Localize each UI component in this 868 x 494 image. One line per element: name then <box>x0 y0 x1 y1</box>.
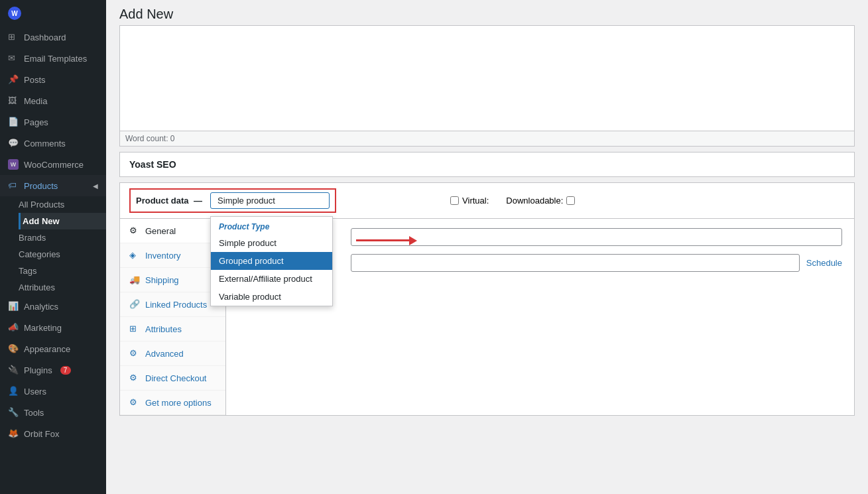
word-count-label: Word count: <box>125 134 168 143</box>
tools-icon: 🔧 <box>8 407 19 418</box>
page-header: Add New <box>106 0 868 25</box>
dropdown-item-variable[interactable]: Variable product <box>211 288 332 306</box>
sidebar-item-label: Orbit Fox <box>24 429 59 439</box>
sidebar-item-label: Posts <box>24 75 46 85</box>
get-more-tab-icon: ⚙ <box>129 397 140 408</box>
sidebar-item-woocommerce[interactable]: W WooCommerce <box>0 154 106 175</box>
sidebar-item-label: Marketing <box>24 323 62 333</box>
shipping-tab-icon: 🚚 <box>129 275 140 285</box>
plugins-icon: 🔌 <box>8 365 19 375</box>
attributes-tab-icon: ⊞ <box>129 324 140 334</box>
sidebar-item-categories[interactable]: Categories <box>19 246 106 263</box>
word-count-bar: Word count: 0 <box>119 131 855 147</box>
tab-get-more-label: Get more options <box>145 398 212 408</box>
sidebar-item-dashboard[interactable]: ⊞ Dashboard <box>0 27 106 48</box>
editor-area[interactable] <box>119 25 855 131</box>
dropdown-item-external[interactable]: External/Affiliate product <box>211 270 332 288</box>
regular-price-input[interactable] <box>351 228 842 246</box>
sidebar: W ⊞ Dashboard ✉ Email Templates 📌 Posts … <box>0 0 106 494</box>
product-data-header: Product data — Simple product Grouped pr… <box>120 183 854 219</box>
email-icon: ✉ <box>8 53 19 64</box>
sidebar-item-appearance[interactable]: 🎨 Appearance <box>0 338 106 359</box>
sidebar-item-orbit-fox[interactable]: 🦊 Orbit Fox <box>0 423 106 444</box>
tab-direct-checkout-label: Direct Checkout <box>145 373 206 383</box>
direct-checkout-tab-icon: ⚙ <box>129 373 140 383</box>
virtual-label: Virtual: <box>462 196 489 206</box>
woo-icon: W <box>8 159 19 170</box>
dropdown-item-simple[interactable]: Simple product <box>211 234 332 252</box>
plugins-badge: 7 <box>60 366 71 375</box>
tab-advanced[interactable]: ⚙ Advanced <box>120 341 225 366</box>
posts-icon: 📌 <box>8 74 19 85</box>
schedule-link[interactable]: Schedule <box>806 258 842 268</box>
inventory-tab-icon: ◈ <box>129 250 140 261</box>
tab-shipping-label: Shipping <box>145 275 179 285</box>
product-type-select-wrapper[interactable]: Simple product Grouped product External/… <box>210 192 330 209</box>
product-type-dropdown[interactable]: Product Type Simple product Grouped prod… <box>210 216 333 306</box>
sidebar-item-label: Media <box>24 96 47 106</box>
comments-icon: 💬 <box>8 138 19 149</box>
appearance-icon: 🎨 <box>8 343 19 354</box>
add-new-label: Add New <box>23 216 60 226</box>
sidebar-item-tools[interactable]: 🔧 Tools <box>0 402 106 423</box>
sidebar-item-pages[interactable]: 📄 Pages <box>0 111 106 133</box>
sidebar-item-brands[interactable]: Brands <box>19 229 106 246</box>
brands-label: Brands <box>19 233 46 243</box>
sidebar-item-label: Pages <box>24 117 48 127</box>
sidebar-item-email-templates[interactable]: ✉ Email Templates <box>0 48 106 69</box>
linked-tab-icon: 🔗 <box>129 299 140 310</box>
tab-linked-products-label: Linked Products <box>145 300 207 310</box>
page-title: Add New <box>119 7 855 22</box>
sidebar-item-label: Email Templates <box>24 54 87 64</box>
sidebar-item-marketing[interactable]: 📣 Marketing <box>0 317 106 338</box>
sidebar-item-label: WooCommerce <box>24 160 84 170</box>
tab-get-more-options[interactable]: ⚙ Get more options <box>120 391 225 415</box>
sidebar-item-label: Comments <box>24 139 66 149</box>
general-tab-icon: ⚙ <box>129 225 140 236</box>
tab-attributes[interactable]: ⊞ Attributes <box>120 317 225 341</box>
tags-label: Tags <box>19 266 36 276</box>
sidebar-item-tags[interactable]: Tags <box>19 263 106 279</box>
sidebar-item-attributes[interactable]: Attributes <box>19 279 106 296</box>
sidebar-item-all-products[interactable]: All Products <box>19 196 106 213</box>
sidebar-item-posts[interactable]: 📌 Posts <box>0 69 106 90</box>
sidebar-item-add-new[interactable]: Add New <box>19 213 106 229</box>
products-collapse-icon: ◀ <box>93 182 98 190</box>
attributes-label: Attributes <box>19 282 55 292</box>
marketing-icon: 📣 <box>8 322 19 333</box>
dropdown-item-grouped[interactable]: Grouped product <box>211 252 332 270</box>
yoast-seo-bar: Yoast SEO <box>119 152 855 177</box>
dashboard-icon: ⊞ <box>8 32 19 42</box>
sidebar-item-analytics[interactable]: 📊 Analytics <box>0 296 106 317</box>
pages-icon: 📄 <box>8 117 19 127</box>
sidebar-item-media[interactable]: 🖼 Media <box>0 90 106 111</box>
sidebar-item-comments[interactable]: 💬 Comments <box>0 133 106 154</box>
media-icon: 🖼 <box>8 95 19 106</box>
all-products-label: All Products <box>19 200 64 210</box>
users-icon: 👤 <box>8 386 19 397</box>
sidebar-item-products[interactable]: 🏷 Products ◀ <box>0 175 106 196</box>
arrow-head <box>409 236 417 245</box>
yoast-seo-label: Yoast SEO <box>129 159 176 170</box>
products-submenu: All Products Add New Brands Categories T… <box>0 196 106 296</box>
downloadable-label: Downloadable: <box>506 196 563 206</box>
sidebar-item-plugins[interactable]: 🔌 Plugins 7 <box>0 359 106 381</box>
virtual-check[interactable]: Virtual: <box>450 196 489 206</box>
sale-price-input[interactable] <box>351 254 800 272</box>
virtual-checkbox[interactable] <box>450 196 459 205</box>
product-type-select[interactable]: Simple product Grouped product External/… <box>210 192 330 209</box>
tab-attributes-label: Attributes <box>145 324 182 334</box>
downloadable-check[interactable]: Downloadable: <box>506 196 575 206</box>
orbit-fox-icon: 🦊 <box>8 428 19 439</box>
product-data-label: Product data — <box>136 196 205 206</box>
sidebar-item-users[interactable]: 👤 Users <box>0 381 106 402</box>
wp-logo: W <box>0 0 106 27</box>
dropdown-section-title: Product Type <box>211 217 332 234</box>
downloadable-checkbox[interactable] <box>566 196 575 205</box>
tab-direct-checkout[interactable]: ⚙ Direct Checkout <box>120 366 225 391</box>
sidebar-item-label: Users <box>24 387 46 397</box>
word-count-value: 0 <box>170 134 175 143</box>
tab-advanced-label: Advanced <box>145 349 184 359</box>
analytics-icon: 📊 <box>8 301 19 312</box>
sidebar-item-label: Tools <box>24 408 44 418</box>
